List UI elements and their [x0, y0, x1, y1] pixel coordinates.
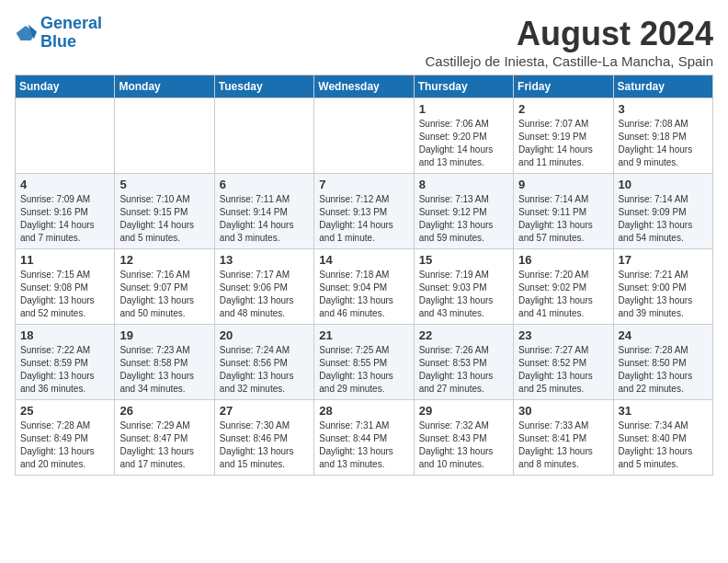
calendar-cell-w2-d2: 5Sunrise: 7:10 AM Sunset: 9:15 PM Daylig… [115, 174, 214, 249]
day-number: 27 [220, 404, 309, 418]
calendar-header-row: Sunday Monday Tuesday Wednesday Thursday… [16, 75, 713, 98]
calendar-cell-w4-d7: 24Sunrise: 7:28 AM Sunset: 8:50 PM Dayli… [613, 325, 712, 400]
calendar-cell-w3-d1: 11Sunrise: 7:15 AM Sunset: 9:08 PM Dayli… [16, 249, 115, 325]
calendar-cell-w1-d3 [214, 98, 313, 174]
day-number: 11 [20, 253, 109, 267]
col-friday: Friday [514, 75, 613, 98]
day-number: 25 [20, 404, 109, 418]
calendar-cell-w1-d2 [115, 98, 214, 174]
day-number: 30 [518, 404, 608, 418]
calendar-cell-w3-d3: 13Sunrise: 7:17 AM Sunset: 9:06 PM Dayli… [214, 249, 313, 325]
calendar-table: Sunday Monday Tuesday Wednesday Thursday… [15, 75, 713, 476]
day-number: 10 [619, 178, 708, 191]
calendar-cell-w2-d5: 8Sunrise: 7:13 AM Sunset: 9:12 PM Daylig… [414, 174, 513, 249]
calendar-cell-w5-d1: 25Sunrise: 7:28 AM Sunset: 8:49 PM Dayli… [16, 400, 115, 476]
day-info: Sunrise: 7:09 AM Sunset: 9:16 PM Dayligh… [20, 193, 109, 245]
day-info: Sunrise: 7:31 AM Sunset: 8:44 PM Dayligh… [319, 419, 408, 471]
day-info: Sunrise: 7:28 AM Sunset: 8:50 PM Dayligh… [619, 344, 708, 396]
col-thursday: Thursday [414, 75, 513, 98]
calendar-cell-w5-d4: 28Sunrise: 7:31 AM Sunset: 8:44 PM Dayli… [314, 400, 414, 476]
day-info: Sunrise: 7:26 AM Sunset: 8:53 PM Dayligh… [419, 344, 508, 396]
logo: General Blue [15, 15, 102, 52]
calendar-cell-w2-d4: 7Sunrise: 7:12 AM Sunset: 9:13 PM Daylig… [314, 174, 414, 249]
calendar-cell-w1-d6: 2Sunrise: 7:07 AM Sunset: 9:19 PM Daylig… [514, 98, 613, 174]
calendar-week-5: 25Sunrise: 7:28 AM Sunset: 8:49 PM Dayli… [16, 400, 713, 476]
calendar-cell-w2-d7: 10Sunrise: 7:14 AM Sunset: 9:09 PM Dayli… [613, 174, 712, 249]
day-info: Sunrise: 7:10 AM Sunset: 9:15 PM Dayligh… [119, 193, 209, 245]
location: Castillejo de Iniesta, Castille-La Manch… [426, 53, 714, 69]
calendar-cell-w4-d2: 19Sunrise: 7:23 AM Sunset: 8:58 PM Dayli… [115, 325, 214, 400]
day-number: 19 [119, 328, 209, 342]
calendar-cell-w2-d6: 9Sunrise: 7:14 AM Sunset: 9:11 PM Daylig… [514, 174, 613, 249]
day-number: 21 [319, 328, 408, 342]
day-number: 3 [619, 102, 708, 116]
day-info: Sunrise: 7:18 AM Sunset: 9:04 PM Dayligh… [319, 269, 408, 320]
day-info: Sunrise: 7:19 AM Sunset: 9:03 PM Dayligh… [419, 269, 508, 320]
day-number: 14 [319, 253, 408, 267]
day-info: Sunrise: 7:17 AM Sunset: 9:06 PM Dayligh… [220, 269, 309, 320]
day-number: 13 [220, 253, 309, 267]
calendar-cell-w5-d2: 26Sunrise: 7:29 AM Sunset: 8:47 PM Dayli… [115, 400, 214, 476]
calendar-cell-w5-d5: 29Sunrise: 7:32 AM Sunset: 8:43 PM Dayli… [414, 400, 513, 476]
day-number: 31 [619, 404, 708, 418]
calendar-cell-w4-d1: 18Sunrise: 7:22 AM Sunset: 8:59 PM Dayli… [16, 325, 115, 400]
day-info: Sunrise: 7:21 AM Sunset: 9:00 PM Dayligh… [619, 269, 708, 320]
day-number: 6 [220, 178, 309, 191]
day-info: Sunrise: 7:07 AM Sunset: 9:19 PM Dayligh… [518, 118, 608, 169]
day-number: 23 [518, 328, 608, 342]
day-info: Sunrise: 7:28 AM Sunset: 8:49 PM Dayligh… [20, 419, 109, 471]
day-info: Sunrise: 7:24 AM Sunset: 8:56 PM Dayligh… [220, 344, 309, 396]
day-number: 9 [518, 178, 608, 191]
day-number: 8 [419, 178, 508, 191]
calendar-cell-w1-d1 [16, 98, 115, 174]
day-number: 16 [518, 253, 608, 267]
day-info: Sunrise: 7:30 AM Sunset: 8:46 PM Dayligh… [220, 419, 309, 471]
day-number: 24 [619, 328, 708, 342]
day-number: 7 [319, 178, 408, 191]
col-sunday: Sunday [16, 75, 115, 98]
day-number: 26 [119, 404, 209, 418]
day-info: Sunrise: 7:25 AM Sunset: 8:55 PM Dayligh… [319, 344, 408, 396]
day-info: Sunrise: 7:27 AM Sunset: 8:52 PM Dayligh… [518, 344, 608, 396]
calendar-cell-w4-d4: 21Sunrise: 7:25 AM Sunset: 8:55 PM Dayli… [314, 325, 414, 400]
title-block: August 2024 Castillejo de Iniesta, Casti… [426, 15, 714, 69]
day-number: 15 [419, 253, 508, 267]
calendar-cell-w5-d6: 30Sunrise: 7:33 AM Sunset: 8:41 PM Dayli… [514, 400, 613, 476]
page-header: General Blue August 2024 Castillejo de I… [15, 15, 713, 69]
day-number: 29 [419, 404, 508, 418]
calendar-week-4: 18Sunrise: 7:22 AM Sunset: 8:59 PM Dayli… [16, 325, 713, 400]
day-info: Sunrise: 7:23 AM Sunset: 8:58 PM Dayligh… [119, 344, 209, 396]
calendar-week-2: 4Sunrise: 7:09 AM Sunset: 9:16 PM Daylig… [16, 174, 713, 249]
col-wednesday: Wednesday [314, 75, 414, 98]
day-info: Sunrise: 7:14 AM Sunset: 9:09 PM Dayligh… [619, 193, 708, 245]
day-number: 20 [220, 328, 309, 342]
calendar-week-3: 11Sunrise: 7:15 AM Sunset: 9:08 PM Dayli… [16, 249, 713, 325]
logo-line2: Blue [40, 32, 76, 51]
day-info: Sunrise: 7:08 AM Sunset: 9:18 PM Dayligh… [619, 118, 708, 169]
day-number: 17 [619, 253, 708, 267]
calendar-week-1: 1Sunrise: 7:06 AM Sunset: 9:20 PM Daylig… [16, 98, 713, 174]
day-info: Sunrise: 7:16 AM Sunset: 9:07 PM Dayligh… [119, 269, 209, 320]
day-number: 4 [20, 178, 109, 191]
day-info: Sunrise: 7:32 AM Sunset: 8:43 PM Dayligh… [419, 419, 508, 471]
calendar-cell-w5-d7: 31Sunrise: 7:34 AM Sunset: 8:40 PM Dayli… [613, 400, 712, 476]
day-info: Sunrise: 7:15 AM Sunset: 9:08 PM Dayligh… [20, 269, 109, 320]
logo-icon [15, 24, 37, 42]
calendar-cell-w3-d4: 14Sunrise: 7:18 AM Sunset: 9:04 PM Dayli… [314, 249, 414, 325]
day-info: Sunrise: 7:12 AM Sunset: 9:13 PM Dayligh… [319, 193, 408, 245]
calendar-cell-w4-d3: 20Sunrise: 7:24 AM Sunset: 8:56 PM Dayli… [214, 325, 313, 400]
day-info: Sunrise: 7:14 AM Sunset: 9:11 PM Dayligh… [518, 193, 608, 245]
day-number: 2 [518, 102, 608, 116]
calendar-cell-w2-d3: 6Sunrise: 7:11 AM Sunset: 9:14 PM Daylig… [214, 174, 313, 249]
calendar-cell-w4-d5: 22Sunrise: 7:26 AM Sunset: 8:53 PM Dayli… [414, 325, 513, 400]
logo-line1: General [40, 14, 102, 32]
day-info: Sunrise: 7:11 AM Sunset: 9:14 PM Dayligh… [220, 193, 309, 245]
day-info: Sunrise: 7:34 AM Sunset: 8:40 PM Dayligh… [619, 419, 708, 471]
calendar-cell-w5-d3: 27Sunrise: 7:30 AM Sunset: 8:46 PM Dayli… [214, 400, 313, 476]
day-number: 1 [419, 102, 508, 116]
day-number: 12 [119, 253, 209, 267]
col-tuesday: Tuesday [214, 75, 313, 98]
day-info: Sunrise: 7:22 AM Sunset: 8:59 PM Dayligh… [20, 344, 109, 396]
col-saturday: Saturday [613, 75, 712, 98]
day-info: Sunrise: 7:13 AM Sunset: 9:12 PM Dayligh… [419, 193, 508, 245]
